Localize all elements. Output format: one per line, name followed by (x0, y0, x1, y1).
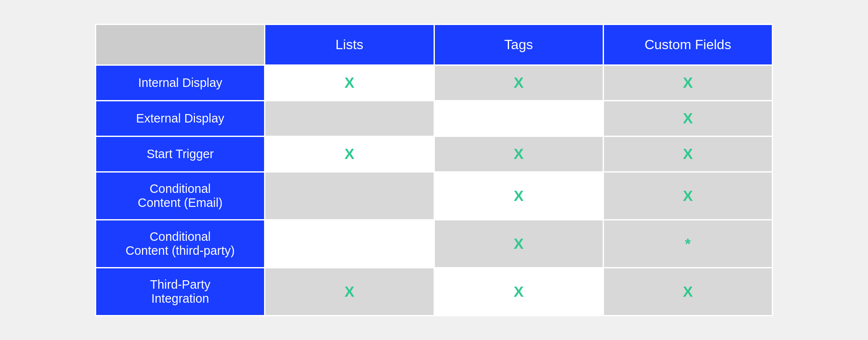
custom-fields-cell: X (603, 65, 772, 101)
lists-cell (265, 220, 434, 268)
comparison-table-wrapper: Lists Tags Custom Fields Internal Displa… (95, 24, 773, 316)
tags-cell: X (434, 220, 603, 268)
check-icon: X (683, 145, 693, 162)
lists-cell: X (265, 137, 434, 172)
row-label: ConditionalContent (Email) (96, 172, 265, 220)
comparison-table: Lists Tags Custom Fields Internal Displa… (95, 24, 773, 316)
row-label: External Display (96, 101, 265, 137)
custom-fields-cell: X (603, 172, 772, 220)
table-row: ConditionalContent (Email)XX (96, 172, 773, 220)
header-row: Lists Tags Custom Fields (96, 25, 773, 65)
custom-fields-cell: X (603, 137, 772, 172)
lists-cell: X (265, 65, 434, 101)
tags-cell (434, 101, 603, 137)
row-label: Internal Display (96, 65, 265, 101)
header-lists: Lists (265, 25, 434, 65)
check-icon: X (345, 283, 354, 300)
check-icon: X (514, 283, 523, 300)
check-icon: X (683, 283, 693, 300)
header-empty-cell (96, 25, 265, 65)
check-icon: X (514, 145, 523, 162)
custom-fields-cell: * (603, 220, 772, 268)
custom-fields-cell: X (603, 268, 772, 316)
lists-cell: X (265, 268, 434, 316)
row-label: ConditionalContent (third-party) (96, 220, 265, 268)
check-icon: X (683, 74, 693, 91)
table-row: Internal DisplayXXX (96, 65, 773, 101)
table-row: ConditionalContent (third-party)X* (96, 220, 773, 268)
check-icon: X (345, 74, 354, 91)
check-icon: X (345, 145, 354, 162)
check-icon: X (683, 187, 693, 204)
lists-cell (265, 101, 434, 137)
lists-cell (265, 172, 434, 220)
tags-cell: X (434, 137, 603, 172)
table-row: External DisplayX (96, 101, 773, 137)
row-label: Start Trigger (96, 137, 265, 172)
table-row: Start TriggerXXX (96, 137, 773, 172)
tags-cell: X (434, 65, 603, 101)
row-label: Third-PartyIntegration (96, 268, 265, 316)
asterisk-icon: * (685, 235, 691, 252)
tags-cell: X (434, 268, 603, 316)
tags-cell: X (434, 172, 603, 220)
custom-fields-cell: X (603, 101, 772, 137)
check-icon: X (514, 187, 523, 204)
check-icon: X (683, 110, 693, 126)
check-icon: X (514, 235, 523, 252)
header-custom-fields: Custom Fields (603, 25, 772, 65)
check-icon: X (514, 74, 523, 91)
table-row: Third-PartyIntegrationXXX (96, 268, 773, 316)
header-tags: Tags (434, 25, 603, 65)
